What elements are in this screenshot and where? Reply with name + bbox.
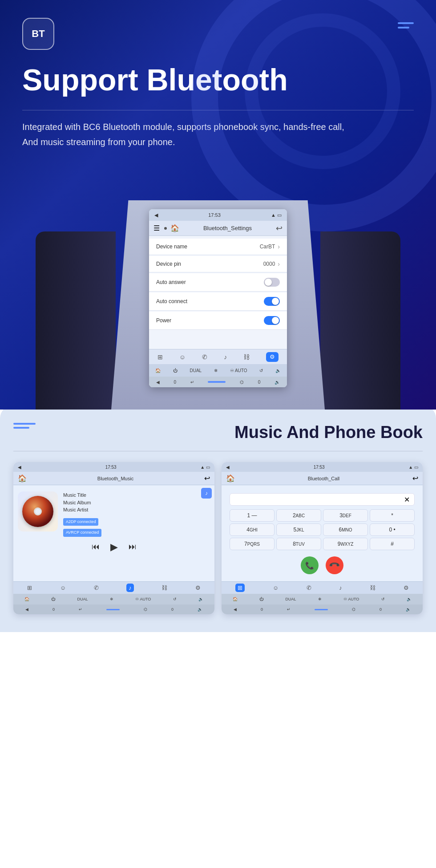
back-ctrl[interactable]: ◀ <box>156 380 160 385</box>
cc-fan-spd[interactable]: ⌬ <box>352 607 355 612</box>
fan-ctrl[interactable]: ❄ <box>214 368 218 373</box>
dial-0[interactable]: 0 • <box>370 523 415 536</box>
mc-recirc[interactable]: ↺ <box>173 597 177 601</box>
cc-vol[interactable]: 🔈 <box>407 597 412 601</box>
car-controls-row2: ◀ 0 ↵ ⌬ 0 🔉 <box>149 377 287 387</box>
power-toggle[interactable] <box>264 316 280 325</box>
dialpad: 1 — 2 ABC 3 DEF * 4 GHI 5 JKL 6 MNO 0 • … <box>226 509 418 554</box>
cc-enter[interactable]: ↵ <box>287 607 291 612</box>
m-person-icon[interactable]: ☺ <box>60 584 66 591</box>
hamburger-icon[interactable]: ☰ <box>153 224 160 232</box>
enter-ctrl[interactable]: ↵ <box>190 380 194 385</box>
call-car-ctrl2: ◀ 0 ↵ ⌬ 0 🔉 <box>222 604 423 614</box>
dial-9[interactable]: 9 WXYZ <box>323 538 368 550</box>
auto-connect-item[interactable]: Auto connect <box>149 292 287 311</box>
mc-vol[interactable]: 🔈 <box>198 597 203 601</box>
dial-hash[interactable]: # <box>370 538 415 550</box>
music-controls: ⏮ ▶ ⏭ <box>18 537 210 557</box>
power-ctrl[interactable]: ⏻ <box>173 368 178 373</box>
call-home-icon[interactable]: 🏠 <box>226 474 235 483</box>
play-button[interactable]: ▶ <box>110 541 118 553</box>
call-nav-bar: 🏠 Bluetooth_Call ↩ <box>222 472 423 485</box>
mc-enter[interactable]: ↵ <box>79 607 82 612</box>
dial-star[interactable]: * <box>370 509 415 522</box>
device-name-item[interactable]: Device name CarBT › <box>149 239 287 255</box>
mc-power[interactable]: ⏻ <box>51 597 55 601</box>
c-link-icon[interactable]: ⛓ <box>370 584 375 591</box>
chevron-icon: › <box>278 243 280 250</box>
m-grid-icon[interactable]: ⊞ <box>27 584 32 591</box>
c-grid-icon-active[interactable]: ⊞ <box>235 584 245 592</box>
cc-back[interactable]: ◀ <box>234 607 237 612</box>
vol-down[interactable]: 🔉 <box>275 380 280 385</box>
prev-button[interactable]: ⏮ <box>92 542 100 552</box>
music-home-icon[interactable]: 🏠 <box>18 474 27 483</box>
call-status-bar: ◀ 17:53 ▲ ▭ <box>222 462 423 472</box>
status-time: 17:53 <box>208 212 221 218</box>
toggle-thumb-2 <box>272 298 279 305</box>
fan-speed[interactable]: ⌬ <box>240 380 244 385</box>
end-call-button[interactable]: 📞 <box>322 553 347 578</box>
dial-3[interactable]: 3 DEF <box>323 509 368 522</box>
dial-2[interactable]: 2 ABC <box>276 509 321 522</box>
device-pin-item[interactable]: Device pin 0000 › <box>149 256 287 272</box>
phone-icon[interactable]: ✆ <box>202 353 207 361</box>
bottom-menu-icon[interactable] <box>13 423 36 429</box>
mc-fan[interactable]: ❄ <box>110 597 113 601</box>
music-car-ctrl1: 🏠 ⏻ DUAL ❄ ♾ AUTO ↺ 🔈 <box>13 594 214 604</box>
mc-progress <box>106 609 120 610</box>
home-icon[interactable]: 🏠 <box>170 224 179 232</box>
m-music-icon-active[interactable]: ♪ <box>126 584 134 592</box>
cc-home[interactable]: 🏠 <box>233 597 238 601</box>
cc-power[interactable]: ⏻ <box>259 597 263 601</box>
dial-6[interactable]: 6 MNO <box>323 523 368 536</box>
mc-home[interactable]: 🏠 <box>24 597 29 601</box>
cc-recirc[interactable]: ↺ <box>381 597 385 601</box>
return-icon[interactable]: ↩ <box>276 223 283 233</box>
back-arrow[interactable]: ◀ <box>154 212 158 218</box>
ac-ctrl[interactable]: ♾ AUTO <box>230 368 247 373</box>
call-search-bar[interactable]: ✕ <box>230 493 415 506</box>
grid-icon[interactable]: ⊞ <box>157 353 163 361</box>
call-return-icon[interactable]: ↩ <box>412 474 418 483</box>
dial-8[interactable]: 8 TUV <box>276 538 321 550</box>
cc-vol-dn[interactable]: 🔉 <box>406 607 411 612</box>
mc-fan-spd[interactable]: ⌬ <box>144 607 147 612</box>
cc-fan[interactable]: ❄ <box>318 597 322 601</box>
answer-button[interactable]: 📞 <box>301 556 319 574</box>
dial-5[interactable]: 5 JKL <box>276 523 321 536</box>
call-search-input[interactable] <box>234 497 404 502</box>
m-phone-icon[interactable]: ✆ <box>94 584 99 591</box>
c-settings-icon[interactable]: ⚙ <box>404 584 409 591</box>
cc-ac[interactable]: ♾ AUTO <box>343 597 359 601</box>
home-ctrl[interactable]: 🏠 <box>155 368 161 373</box>
m-settings-icon[interactable]: ⚙ <box>195 584 201 591</box>
m-link-icon[interactable]: ⛓ <box>161 584 167 591</box>
music-return-icon[interactable]: ↩ <box>204 474 210 483</box>
auto-answer-item[interactable]: Auto answer <box>149 273 287 292</box>
c-person-icon[interactable]: ☺ <box>273 584 279 591</box>
menu-button[interactable] <box>398 22 414 28</box>
dial-1[interactable]: 1 — <box>230 509 275 522</box>
link-icon[interactable]: ⛓ <box>243 353 250 361</box>
auto-connect-toggle[interactable] <box>264 297 280 306</box>
auto-answer-toggle[interactable] <box>264 278 280 287</box>
mc-ac[interactable]: ♾ AUTO <box>135 597 151 601</box>
music-time: 17:53 <box>105 465 117 470</box>
vol-ctrl[interactable]: 🔈 <box>275 368 281 373</box>
c-phone-icon[interactable]: ✆ <box>307 584 311 591</box>
recirc-ctrl[interactable]: ↺ <box>259 368 263 373</box>
mc-vol-dn[interactable]: 🔉 <box>198 607 202 612</box>
c-music-icon[interactable]: ♪ <box>339 584 342 591</box>
person-icon[interactable]: ☺ <box>179 353 186 361</box>
next-button[interactable]: ⏭ <box>129 542 137 552</box>
dial-7[interactable]: 7 PQRS <box>230 538 275 550</box>
search-clear-icon[interactable]: ✕ <box>404 495 410 504</box>
mc-back[interactable]: ◀ <box>25 607 28 612</box>
music-back[interactable]: ◀ <box>18 465 21 470</box>
call-back[interactable]: ◀ <box>226 465 230 470</box>
music-icon[interactable]: ♪ <box>224 353 227 361</box>
dial-4[interactable]: 4 GHI <box>230 523 275 536</box>
power-item[interactable]: Power <box>149 312 287 330</box>
settings-icon-active[interactable]: ⚙ <box>266 352 279 362</box>
